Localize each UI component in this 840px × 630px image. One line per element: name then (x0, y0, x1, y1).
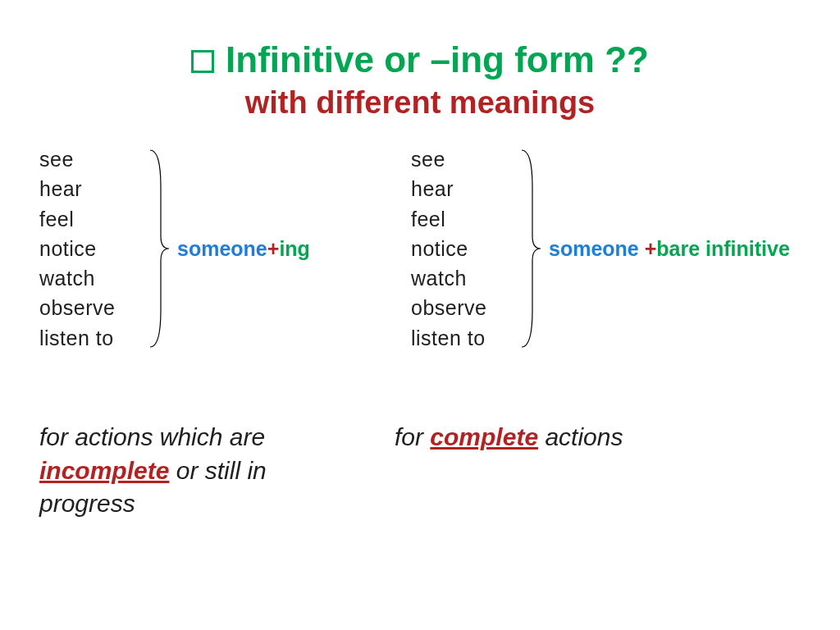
verb-item: watch (39, 263, 146, 293)
column-bare-infinitive: see hear feel notice watch observe liste… (427, 142, 815, 521)
explanation-ing: for actions which are incomplete or stil… (39, 421, 335, 521)
content-columns: see hear feel notice watch observe liste… (0, 121, 840, 521)
brace-icon (518, 146, 542, 351)
pattern-tail: ing (279, 237, 310, 260)
slide-header: Infinitive or –ing form ?? with differen… (0, 0, 840, 121)
explanation-bare-infinitive: for complete actions (395, 421, 690, 454)
verb-item: notice (411, 234, 518, 263)
subtitle: with different meanings (0, 85, 840, 121)
verb-item: observe (39, 293, 146, 322)
main-title: Infinitive or –ing form ?? (226, 39, 649, 80)
pattern-plus: + (645, 237, 657, 260)
verb-list-left: see hear feel notice watch observe liste… (39, 144, 146, 353)
brace-icon (146, 146, 171, 351)
verb-item: hear (39, 174, 146, 203)
explain-post: actions (538, 423, 623, 450)
pattern-plus: + (267, 237, 280, 260)
verb-item: hear (411, 174, 518, 203)
pattern-prefix: someone (177, 237, 267, 260)
pattern-prefix: someone (549, 237, 645, 260)
explain-pre: for actions which are (39, 423, 265, 450)
verb-item: see (411, 144, 518, 174)
column-ing: see hear feel notice watch observe liste… (39, 142, 427, 521)
verb-item: listen to (411, 323, 518, 353)
verb-item: watch (411, 263, 518, 293)
pattern-bare-infinitive: someone +bare infinitive (549, 237, 790, 261)
explain-highlight: incomplete (39, 457, 169, 484)
verb-list-right: see hear feel notice watch observe liste… (411, 144, 518, 353)
pattern-ing: someone+ing (177, 237, 310, 261)
verb-item: notice (39, 234, 146, 263)
explain-pre: for (395, 423, 430, 450)
pattern-tail: bare infinitive (656, 237, 790, 260)
verb-item: see (39, 144, 146, 174)
verb-item: feel (39, 204, 146, 234)
bullet-square-icon (191, 50, 214, 73)
explain-highlight: complete (430, 423, 538, 450)
verb-item: feel (411, 204, 518, 234)
verb-item: observe (411, 293, 518, 322)
verb-item: listen to (39, 323, 146, 353)
